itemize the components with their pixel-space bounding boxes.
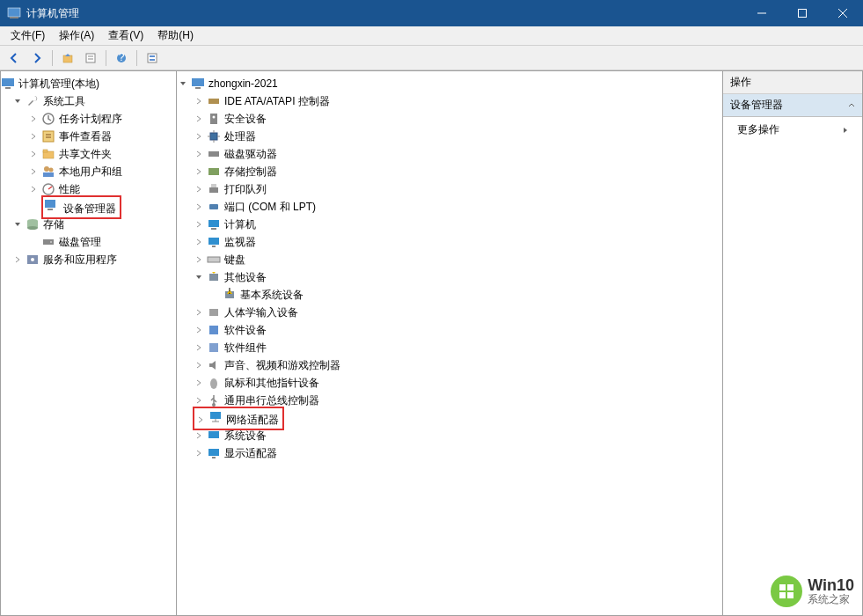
chevron-right-icon[interactable] — [193, 183, 205, 195]
chevron-right-icon[interactable] — [193, 306, 205, 319]
device-keyboard[interactable]: 键盘 — [177, 251, 722, 268]
svg-point-24 — [49, 168, 54, 172]
tree-services-apps[interactable]: 服务和应用程序 — [1, 251, 176, 268]
svg-rect-51 — [208, 220, 219, 227]
properties-button[interactable] — [80, 48, 101, 68]
svg-text:!: ! — [228, 288, 230, 297]
device-network[interactable]: 网络适配器 — [177, 409, 722, 427]
tree-local-users[interactable]: 本地用户和组 — [1, 163, 176, 180]
device-hid[interactable]: 人体学输入设备 — [177, 304, 722, 321]
up-button[interactable] — [57, 48, 78, 68]
forward-button[interactable] — [26, 48, 48, 68]
device-basic-sys[interactable]: !基本系统设备 — [177, 286, 722, 304]
view-button[interactable] — [142, 48, 163, 68]
menubar: 文件(F) 操作(A) 查看(V) 帮助(H) — [0, 26, 863, 46]
chevron-right-icon[interactable] — [193, 95, 205, 107]
device-computer-root[interactable]: zhongxin-2021 — [177, 75, 722, 92]
chevron-right-icon[interactable] — [27, 183, 40, 195]
device-other[interactable]: 其他设备 — [177, 268, 722, 286]
svg-rect-59 — [209, 309, 218, 316]
chevron-right-icon[interactable] — [11, 253, 24, 266]
chevron-right-icon[interactable] — [193, 253, 205, 266]
chevron-right-icon[interactable] — [193, 429, 205, 442]
menu-file[interactable]: 文件(F) — [4, 26, 52, 45]
svg-rect-41 — [210, 133, 217, 140]
actions-header: 操作 — [723, 71, 862, 94]
svg-rect-72 — [779, 592, 786, 598]
chevron-right-icon[interactable] — [193, 447, 205, 459]
chevron-right-icon[interactable] — [193, 377, 205, 389]
warning-icon: ! — [223, 288, 237, 302]
svg-rect-28 — [48, 209, 53, 210]
chevron-right-icon[interactable] — [27, 148, 40, 160]
device-ports[interactable]: 端口 (COM 和 LPT) — [177, 198, 722, 216]
chevron-right-icon[interactable] — [193, 359, 205, 371]
chevron-right-icon[interactable] — [193, 394, 205, 407]
tree-system-tools[interactable]: 系统工具 — [1, 92, 176, 110]
svg-rect-6 — [63, 55, 72, 62]
chevron-down-icon[interactable] — [11, 218, 24, 231]
actions-more[interactable]: 更多操作 — [723, 117, 862, 143]
chevron-right-icon[interactable] — [193, 218, 205, 231]
device-computer-cat[interactable]: 计算机 — [177, 216, 722, 233]
chevron-right-icon[interactable] — [193, 130, 205, 143]
tree-device-manager[interactable]: 设备管理器 — [1, 198, 176, 216]
help-button[interactable]: ? — [111, 48, 132, 68]
minimize-button[interactable] — [742, 0, 782, 26]
svg-rect-18 — [43, 131, 54, 142]
chevron-down-icon[interactable] — [193, 271, 205, 283]
device-print-queue[interactable]: 打印队列 — [177, 180, 722, 198]
chevron-right-icon[interactable] — [193, 341, 205, 354]
chevron-right-icon[interactable] — [27, 165, 40, 178]
device-ide[interactable]: IDE ATA/ATAPI 控制器 — [177, 92, 722, 110]
menu-help[interactable]: 帮助(H) — [150, 26, 201, 45]
chevron-right-icon[interactable] — [27, 113, 40, 125]
device-display[interactable]: 显示适配器 — [177, 444, 722, 462]
display-icon — [207, 446, 221, 460]
chevron-right-icon[interactable] — [193, 324, 205, 336]
device-storage-ctrl[interactable]: 存储控制器 — [177, 163, 722, 180]
chevron-down-icon[interactable] — [177, 77, 189, 90]
device-sound[interactable]: 声音、视频和游戏控制器 — [177, 356, 722, 374]
tree-root-local[interactable]: 计算机管理(本地) — [1, 75, 176, 92]
device-system-dev[interactable]: 系统设备 — [177, 427, 722, 444]
tree-shared-folders[interactable]: 共享文件夹 — [1, 145, 176, 163]
tree-event-viewer[interactable]: 事件查看器 — [1, 128, 176, 145]
svg-point-23 — [44, 166, 49, 172]
maximize-button[interactable] — [782, 0, 823, 26]
tree-disk-mgmt[interactable]: 磁盘管理 — [1, 233, 176, 251]
computer-mgmt-icon — [1, 77, 15, 91]
chevron-right-icon[interactable] — [193, 236, 205, 248]
device-software-dev[interactable]: 软件设备 — [177, 321, 722, 339]
svg-rect-71 — [787, 584, 794, 590]
svg-rect-73 — [787, 592, 794, 598]
left-tree-panel: 计算机管理(本地) 系统工具 任务计划程序 事件查看器 — [0, 70, 176, 616]
svg-rect-54 — [212, 246, 216, 247]
svg-rect-61 — [209, 343, 218, 352]
chevron-right-icon[interactable] — [27, 130, 40, 143]
svg-rect-47 — [208, 168, 219, 175]
close-button[interactable] — [823, 0, 863, 26]
chevron-right-icon[interactable] — [193, 165, 205, 178]
device-software-comp[interactable]: 软件组件 — [177, 339, 722, 356]
device-mouse[interactable]: 鼠标和其他指针设备 — [177, 374, 722, 392]
tree-task-scheduler[interactable]: 任务计划程序 — [1, 110, 176, 128]
chevron-right-icon[interactable] — [193, 113, 205, 125]
device-processor[interactable]: 处理器 — [177, 128, 722, 145]
menu-action[interactable]: 操作(A) — [52, 26, 101, 45]
chevron-right-icon[interactable] — [193, 148, 205, 160]
svg-point-31 — [27, 226, 38, 230]
device-disk-drive[interactable]: 磁盘驱动器 — [177, 145, 722, 163]
software-icon — [207, 323, 221, 337]
device-security[interactable]: 安全设备 — [177, 110, 722, 128]
chevron-down-icon[interactable] — [11, 95, 24, 107]
chevron-right-icon[interactable] — [193, 201, 205, 213]
actions-group[interactable]: 设备管理器 — [723, 94, 862, 117]
device-monitor[interactable]: 监视器 — [177, 233, 722, 251]
back-button[interactable] — [4, 48, 25, 68]
chevron-right-icon[interactable] — [194, 414, 207, 426]
clock-icon — [41, 112, 55, 126]
actions-panel: 操作 设备管理器 更多操作 — [722, 70, 863, 616]
device-manager-icon — [43, 198, 57, 212]
menu-view[interactable]: 查看(V) — [101, 26, 150, 45]
